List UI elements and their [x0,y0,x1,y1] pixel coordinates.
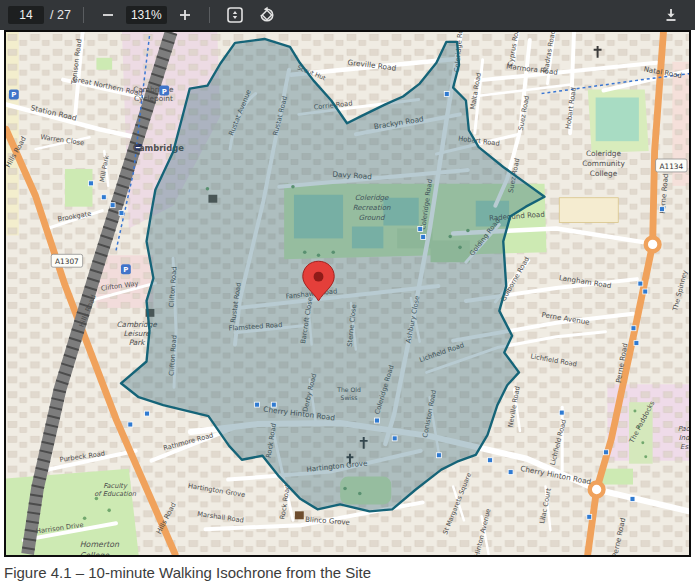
download-icon [663,7,679,23]
large-building [559,198,618,223]
map-label: Paddocks [678,425,689,433]
map-label: Faculty [103,481,128,489]
road-ref-badge: A1134 [656,159,687,172]
page-number-input[interactable]: 14 [8,6,44,24]
map-label: Estate [680,443,689,451]
toolbar-divider [83,7,84,23]
fit-to-page-button[interactable] [224,4,246,26]
map-label: Homerton [80,540,120,549]
map-canvas: Station RoadGreat Northern RoadTenison R… [6,32,689,555]
minus-icon [100,7,116,23]
pdf-toolbar: 14 / 27 131% [0,0,695,30]
road-ref-badge: A1307 [51,254,82,267]
svg-text:P: P [123,266,128,274]
svg-text:A1134: A1134 [659,162,683,171]
pdf-viewer: 14 / 27 131% [0,0,695,588]
map-label: Park [129,338,147,347]
page-count-label: / 27 [50,8,71,22]
map-label: of Education [94,490,137,498]
svg-text:A1307: A1307 [55,257,79,266]
map-label: Coleridge [586,149,622,158]
map-label: College [80,551,110,555]
map-figure: Station RoadGreat Northern RoadTenison R… [4,30,691,557]
map-label: College [590,169,618,178]
map-label: Leisure [123,329,150,338]
map-label: Industrial [679,434,689,442]
rotate-button[interactable] [256,4,278,26]
zoom-level-input[interactable]: 131% [126,6,167,24]
download-button[interactable] [661,5,681,25]
toolbar-divider [209,7,210,23]
map-label: Cyclepoint [134,94,173,103]
plus-icon [177,7,193,23]
fit-to-page-icon [226,6,244,24]
svg-text:P: P [11,91,16,99]
map-label: Community [582,159,625,168]
figure-caption-text: Figure 4.1 – 10-minute Walking Isochrone… [0,564,371,581]
rotate-icon [258,6,276,24]
zoom-in-button[interactable] [175,5,195,25]
svg-text:P: P [162,88,167,96]
building-icon [295,511,304,519]
figure-caption: Figure 4.1 – 10-minute Walking Isochrone… [0,557,695,588]
zoom-out-button[interactable] [98,5,118,25]
